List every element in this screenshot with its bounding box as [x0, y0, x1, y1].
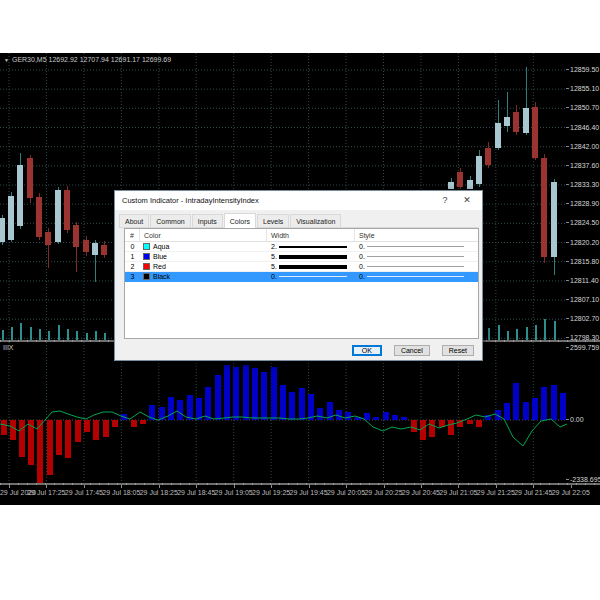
row-width-cell: 2.	[267, 242, 355, 252]
row-color-cell: Blue	[140, 252, 267, 262]
price-axis-label: 12855.10	[570, 85, 599, 93]
time-axis-separator	[0, 483, 600, 485]
style-line-sample	[367, 266, 464, 267]
volume-bar	[95, 331, 97, 340]
close-button[interactable]: ✕	[456, 191, 478, 210]
volume-bar	[535, 325, 537, 340]
color-row-black[interactable]: 3Black0.0.	[125, 272, 478, 282]
price-axis-label: 12833.30	[570, 181, 599, 189]
table-header-row: #ColorWidthStyle	[125, 229, 478, 242]
row-color-cell: Black	[140, 272, 267, 282]
price-axis-label: 12859.50	[570, 66, 599, 74]
ok-button[interactable]: OK	[352, 345, 382, 356]
time-axis-tick	[458, 485, 459, 488]
row-width-cell: 5.	[267, 262, 355, 272]
time-axis-label: 29 Jul 18:25	[140, 489, 178, 496]
style-line-sample	[367, 276, 464, 277]
help-button[interactable]: ?	[434, 191, 456, 210]
style-line-sample	[367, 256, 464, 257]
time-axis-label: 29 Jul 18:05	[102, 489, 140, 496]
chart-dropdown-icon[interactable]: ▼	[4, 57, 9, 63]
dialog-titlebar[interactable]: Custom Indicator - IntradayIntensityInde…	[115, 191, 482, 210]
volume-bar	[11, 327, 13, 340]
time-axis-tick	[234, 485, 235, 488]
time-axis-tick	[571, 485, 572, 488]
tab-levels[interactable]: Levels	[257, 214, 289, 227]
volume-bar	[67, 329, 69, 340]
style-value: 0.	[359, 242, 365, 252]
price-axis-label: 12802.70	[570, 315, 599, 323]
style-value: 0.	[359, 252, 365, 262]
width-value: 2.	[271, 242, 277, 252]
volume-bar	[488, 328, 490, 340]
time-axis-label: 29 Jul 18:45	[177, 489, 215, 496]
row-style-cell: 0.	[355, 272, 478, 282]
column-header-index: #	[125, 229, 140, 241]
time-axis-label: 29 Jul 19:25	[252, 489, 290, 496]
time-axis-tick	[159, 485, 160, 488]
time-axis-label: 29 Jul 19:45	[290, 489, 328, 496]
width-value: 5.	[271, 262, 277, 272]
color-row-blue[interactable]: 1Blue5.0.	[125, 252, 478, 262]
colors-table: #ColorWidthStyle 0Aqua2.0.1Blue5.0.2Red5…	[124, 228, 479, 339]
indicator-axis-label: 2599.7591	[570, 344, 600, 352]
page: ▼GER30,M5 12692.92 12707.94 12691.17 126…	[0, 0, 600, 600]
time-axis[interactable]: 29 Jul 202029 Jul 17:2529 Jul 17:4529 Ju…	[0, 485, 600, 505]
style-value: 0.	[359, 272, 365, 282]
price-axis-label: 12807.10	[570, 296, 599, 304]
color-swatch	[143, 263, 150, 270]
tab-visualization[interactable]: Visualization	[290, 214, 341, 227]
time-axis-tick	[346, 485, 347, 488]
symbol-info-label: ▼GER30,M5 12692.92 12707.94 12691.17 126…	[4, 56, 171, 63]
volume-bar	[48, 331, 50, 340]
time-axis-label: 29 Jul 20:45	[402, 489, 440, 496]
volume-bar	[76, 331, 78, 340]
indicator-axis-label: 0.00	[570, 416, 584, 424]
style-line-sample	[367, 246, 464, 247]
style-value: 0.	[359, 262, 365, 272]
time-axis-tick	[309, 485, 310, 488]
color-swatch	[143, 273, 150, 280]
indicator-signal-line	[0, 342, 567, 483]
volume-bar	[30, 327, 32, 340]
tab-inputs[interactable]: Inputs	[192, 214, 223, 227]
time-axis-tick	[496, 485, 497, 488]
row-style-cell: 0.	[355, 262, 478, 272]
tab-colors[interactable]: Colors	[224, 213, 256, 228]
row-width-cell: 5.	[267, 252, 355, 262]
color-row-aqua[interactable]: 0Aqua2.0.	[125, 242, 478, 252]
time-axis-label: 29 Jul 20:05	[327, 489, 365, 496]
column-header-style: Style	[355, 229, 478, 241]
time-axis-label: 29 Jul 21:05	[439, 489, 477, 496]
time-axis-tick	[46, 485, 47, 488]
time-axis-label: 29 Jul 21:25	[477, 489, 515, 496]
volume-bar	[39, 329, 41, 340]
row-color-cell: Red	[140, 262, 267, 272]
time-axis-label: 29 Jul 17:25	[27, 489, 65, 496]
cancel-button[interactable]: Cancel	[394, 345, 430, 356]
price-axis-label: 12842.00	[570, 143, 599, 151]
symbol-ohlc-text: GER30,M5 12692.92 12707.94 12691.17 1269…	[12, 56, 171, 63]
tab-common[interactable]: Common	[150, 214, 190, 227]
volume-bar	[20, 323, 22, 340]
row-style-cell: 0.	[355, 242, 478, 252]
width-line-sample	[279, 265, 347, 269]
reset-button[interactable]: Reset	[442, 345, 474, 356]
time-axis-tick	[384, 485, 385, 488]
price-axis-label: 12811.40	[570, 277, 599, 285]
dialog-title: Custom Indicator - IntradayIntensityInde…	[122, 196, 434, 205]
table-rows: 0Aqua2.0.1Blue5.0.2Red5.0.3Black0.0.	[125, 242, 478, 282]
tab-about[interactable]: About	[119, 214, 149, 227]
indicator-name-label: IIIX	[3, 344, 14, 351]
time-axis-label: 29 Jul 20:25	[364, 489, 402, 496]
price-axis-label: 12846.40	[570, 124, 599, 132]
color-row-red[interactable]: 2Red5.0.	[125, 262, 478, 272]
time-axis-tick	[271, 485, 272, 488]
time-axis-label: 29 Jul 21:45	[514, 489, 552, 496]
dialog-tab-strip: AboutCommonInputsColorsLevelsVisualizati…	[119, 212, 478, 228]
color-name: Red	[153, 262, 166, 272]
row-color-cell: Aqua	[140, 242, 267, 252]
price-axis-label: 12824.50	[570, 219, 599, 227]
price-axis-label: 12837.60	[570, 162, 599, 170]
time-axis-tick	[196, 485, 197, 488]
